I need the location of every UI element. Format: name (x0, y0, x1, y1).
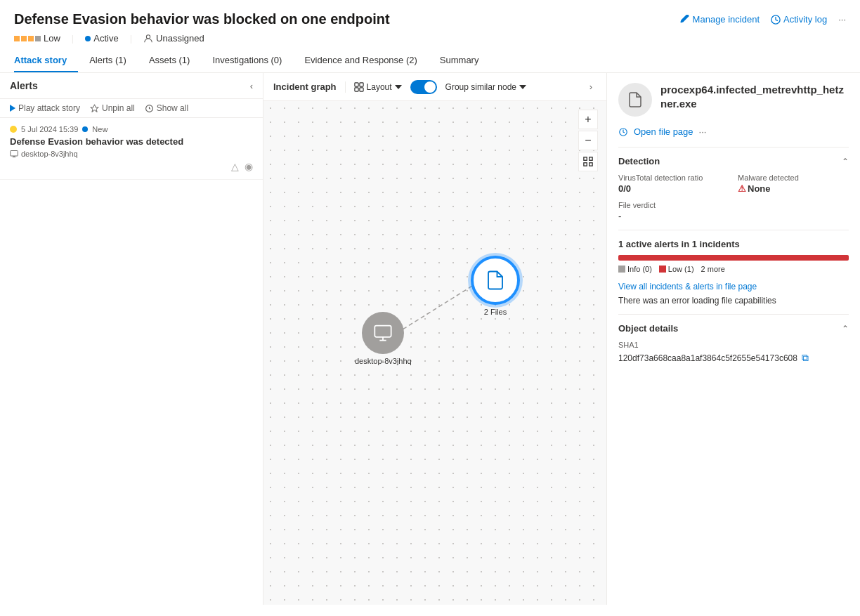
alert-status-dot (82, 126, 88, 132)
show-all-button[interactable]: Show all (145, 103, 188, 113)
svg-rect-10 (584, 163, 587, 166)
virus-total-cell: VirusTotal detection ratio 0/0 (618, 173, 729, 194)
desktop-node-circle (362, 312, 404, 354)
svg-rect-6 (354, 87, 358, 91)
assigned-item: Unassigned (143, 33, 204, 44)
graph-panel: Incident graph Layout Group similar node… (263, 73, 607, 605)
open-file-page-link[interactable]: Open file page (634, 126, 693, 137)
detection-divider (618, 147, 849, 148)
alerts-panel: Alerts ‹ Play attack story Unpin all Sho… (0, 73, 263, 605)
desktop-node-label: desktop-8v3jhhq (355, 357, 412, 365)
more-options-icon[interactable]: ··· (838, 14, 846, 25)
alert-date: 5 Jul 2024 15:39 (21, 125, 78, 133)
play-attack-story-button[interactable]: Play attack story (10, 103, 80, 113)
pin-icon[interactable]: △ (231, 161, 239, 172)
node-files[interactable]: 2 Files (471, 256, 520, 316)
status-item: Active (85, 33, 118, 44)
graph-controls: + − (578, 110, 598, 171)
graph-area: + − desktop-8v3jhhq (263, 101, 606, 605)
file-more-options[interactable]: ··· (699, 126, 707, 137)
file-actions: Open file page ··· (618, 126, 849, 137)
detection-section-title: Detection (618, 156, 660, 166)
svg-rect-5 (359, 82, 363, 86)
tab-summary[interactable]: Summary (429, 49, 490, 72)
sha1-section: SHA1 120df73a668caa8a1af3864c5f2655e5417… (618, 341, 849, 364)
header: Defense Evasion behavior was blocked on … (0, 0, 860, 73)
graph-title: Incident graph (273, 81, 337, 92)
error-text: There was an error loading file capabili… (618, 296, 849, 306)
group-similar-toggle[interactable] (410, 80, 437, 94)
detection-section-header[interactable]: Detection ⌃ (618, 156, 849, 166)
active-alerts-section: 1 active alerts in 1 incidents Info (0) … (618, 239, 849, 273)
graph-nav-forward[interactable]: › (585, 79, 597, 95)
tab-investigations[interactable]: Investigations (0) (201, 49, 293, 72)
object-details-divider (618, 314, 849, 315)
main-content: Alerts ‹ Play attack story Unpin all Sho… (0, 73, 860, 605)
status-dot (85, 36, 91, 41)
tab-evidence-response[interactable]: Evidence and Response (2) (293, 49, 428, 72)
object-details-header[interactable]: Object details ⌃ (618, 323, 849, 334)
info-legend: Info (0) (618, 265, 652, 273)
fit-view-button[interactable] (578, 152, 598, 171)
tab-assets[interactable]: Assets (1) (138, 49, 202, 72)
file-verdict-value: - (618, 211, 849, 221)
svg-rect-13 (375, 326, 391, 337)
svg-rect-11 (589, 163, 592, 166)
virus-total-value: 0/0 (618, 183, 729, 194)
page-title: Defense Evasion behavior was blocked on … (14, 11, 390, 27)
svg-rect-3 (11, 151, 18, 157)
object-details-title: Object details (618, 323, 678, 334)
bar-legend: Info (0) Low (1) 2 more (618, 265, 849, 273)
hide-icon[interactable]: ◉ (245, 161, 253, 172)
tab-attack-story[interactable]: Attack story (14, 49, 78, 72)
alerts-toolbar: Play attack story Unpin all Show all (0, 99, 263, 118)
severity-squares (14, 36, 41, 41)
active-alerts-title: 1 active alerts in 1 incidents (618, 239, 849, 249)
play-triangle-icon (10, 105, 15, 112)
alerts-divider (618, 230, 849, 230)
manage-incident-button[interactable]: Manage incident (680, 14, 760, 25)
svg-rect-8 (584, 157, 587, 160)
more-legend-label: 2 more (701, 265, 725, 273)
virus-total-label: VirusTotal detection ratio (618, 173, 729, 182)
alerts-panel-title: Alerts (10, 80, 38, 91)
toolbar-sep (345, 81, 346, 93)
object-details-chevron-icon: ⌃ (842, 324, 849, 334)
node-desktop[interactable]: desktop-8v3jhhq (355, 312, 412, 365)
header-actions: Manage incident Activity log ··· (680, 14, 846, 25)
files-node-circle (471, 256, 520, 305)
alert-status: New (92, 125, 107, 133)
svg-rect-4 (354, 82, 358, 86)
file-verdict-section: File verdict - (618, 201, 849, 221)
tab-alerts[interactable]: Alerts (1) (78, 49, 138, 72)
activity-log-button[interactable]: Activity log (771, 14, 827, 25)
copy-sha1-icon[interactable]: ⧉ (802, 352, 809, 364)
view-all-incidents-link[interactable]: View all incidents & alerts in file page (618, 282, 849, 291)
svg-rect-9 (589, 157, 592, 160)
toggle-knob (424, 81, 436, 93)
info-legend-sq (618, 266, 625, 273)
severity-sq-2 (21, 36, 27, 41)
zoom-in-button[interactable]: + (578, 110, 598, 129)
svg-point-1 (146, 34, 150, 38)
malware-label: Malware detected (738, 173, 849, 182)
graph-toolbar: Incident graph Layout Group similar node… (263, 73, 606, 101)
alert-meta: 5 Jul 2024 15:39 New (10, 125, 253, 133)
alerts-panel-header: Alerts ‹ (0, 73, 263, 99)
low-legend-sq (659, 266, 666, 273)
low-legend-label: Low (1) (668, 265, 694, 273)
alert-device: desktop-8v3jhhq (10, 150, 253, 158)
severity-sq-1 (14, 36, 20, 41)
layout-button[interactable]: Layout (354, 82, 402, 92)
severity-bar-container (618, 255, 849, 261)
malware-cell: Malware detected ⚠None (738, 173, 849, 194)
alerts-collapse-button[interactable]: ‹ (250, 81, 253, 91)
unpin-all-button[interactable]: Unpin all (90, 103, 135, 113)
svg-rect-7 (359, 87, 363, 91)
group-label[interactable]: Group similar node (445, 82, 526, 92)
status-label: Active (93, 33, 118, 44)
zoom-out-button[interactable]: − (578, 131, 598, 150)
alert-item[interactable]: 5 Jul 2024 15:39 New Defense Evasion beh… (0, 118, 263, 180)
alert-title: Defense Evasion behavior was detected (10, 136, 253, 147)
file-icon (618, 83, 652, 117)
